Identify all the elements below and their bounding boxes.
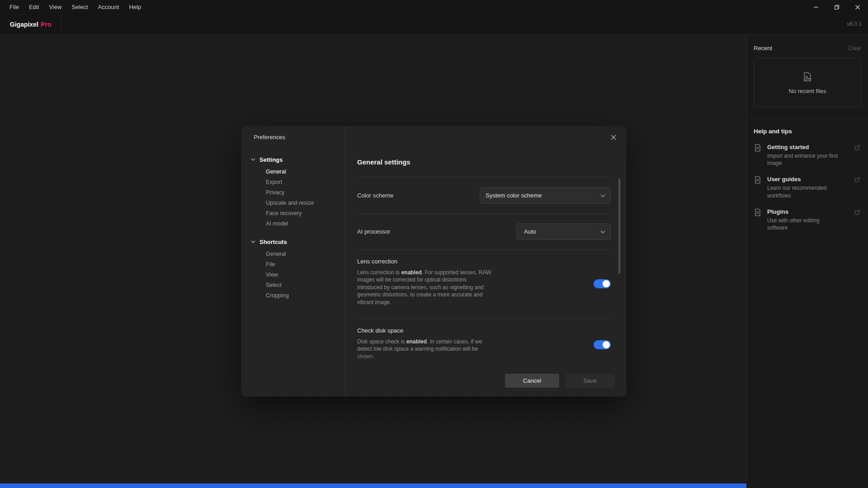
version-label: v8.0.1 xyxy=(847,14,862,34)
save-button[interactable]: Save xyxy=(566,374,614,388)
maximize-restore-icon xyxy=(834,5,840,10)
right-sidebar: Recent Clear No recent files Help and ti… xyxy=(746,35,868,488)
menu-edit[interactable]: Edit xyxy=(24,0,44,14)
ai-processor-label: AI processor xyxy=(357,228,390,235)
preferences-nav: Settings General Export Privacy Upscale … xyxy=(241,126,345,396)
menu-account[interactable]: Account xyxy=(93,0,124,14)
nav-item-settings-privacy[interactable]: Privacy xyxy=(251,188,345,198)
nav-section-shortcuts[interactable]: Shortcuts xyxy=(251,236,345,247)
preferences-dialog: Preferences Settings General Export Priv… xyxy=(241,126,626,396)
check-disk-space-toggle[interactable] xyxy=(594,340,611,349)
color-scheme-select[interactable]: System color scheme xyxy=(480,187,611,204)
nav-item-settings-face-recovery[interactable]: Face recovery xyxy=(251,208,345,219)
chevron-down-icon xyxy=(251,158,255,161)
external-link-icon xyxy=(854,145,860,151)
help-item-subtitle: Import and enhance your first image xyxy=(767,152,840,167)
toggle-knob xyxy=(603,341,610,348)
app-logo: Gigapixel Pro xyxy=(0,14,61,34)
app-name: Gigapixel xyxy=(10,21,38,28)
color-scheme-value: System color scheme xyxy=(486,192,542,199)
nav-item-shortcuts-file[interactable]: File xyxy=(251,259,345,270)
chevron-down-icon xyxy=(600,194,605,197)
chevron-down-icon xyxy=(600,230,605,234)
pro-badge: Pro xyxy=(41,21,51,28)
recent-empty-state: No recent files xyxy=(754,58,861,108)
panel-divider xyxy=(747,118,868,119)
help-item-subtitle: Use with other editing software xyxy=(767,217,840,231)
lens-correction-description: Lens correction is enabled. For supporte… xyxy=(357,269,493,306)
cancel-button[interactable]: Cancel xyxy=(505,374,559,388)
nav-item-settings-general[interactable]: General xyxy=(251,167,345,177)
recent-section-title: Recent xyxy=(754,45,772,52)
nav-item-settings-ai-model[interactable]: AI model xyxy=(251,219,345,229)
menu-view[interactable]: View xyxy=(44,0,66,14)
menu-bar: File Edit View Select Account Help xyxy=(0,0,868,14)
external-link-icon xyxy=(854,209,860,216)
content-heading: General settings xyxy=(357,158,611,166)
ai-processor-select[interactable]: Auto xyxy=(516,223,611,240)
help-item-plugins[interactable]: Plugins Use with other editing software xyxy=(754,208,861,231)
lens-correction-toggle[interactable] xyxy=(594,279,611,288)
document-icon xyxy=(754,176,762,199)
nav-item-shortcuts-view[interactable]: View xyxy=(251,270,345,280)
document-icon xyxy=(754,208,762,231)
scrollbar-thumb[interactable] xyxy=(618,178,620,274)
nav-item-settings-export[interactable]: Export xyxy=(251,177,345,188)
help-item-title: Getting started xyxy=(767,144,840,150)
check-disk-space-title: Check disk space xyxy=(357,327,611,334)
lens-correction-section: Lens correction Lens correction is enabl… xyxy=(357,250,611,319)
help-section-title: Help and tips xyxy=(754,128,861,135)
nav-item-shortcuts-general[interactable]: General xyxy=(251,249,345,259)
document-icon xyxy=(754,144,762,167)
nav-item-shortcuts-cropping[interactable]: Cropping xyxy=(251,291,345,301)
help-item-getting-started[interactable]: Getting started Import and enhance your … xyxy=(754,144,861,167)
nav-item-settings-upscale-and-resize[interactable]: Upscale and resize xyxy=(251,198,345,208)
minimize-button[interactable] xyxy=(806,0,826,14)
help-item-user-guides[interactable]: User guides Learn our recommended workfl… xyxy=(754,176,861,199)
external-link-icon xyxy=(854,177,860,183)
window-controls xyxy=(806,0,868,14)
maximize-restore-button[interactable] xyxy=(826,0,847,14)
nav-section-label: Shortcuts xyxy=(259,239,287,245)
minimize-icon xyxy=(813,5,819,10)
no-recent-files-icon xyxy=(802,71,813,82)
app-header: Gigapixel Pro v8.0.1 xyxy=(0,14,868,35)
bottom-accent-bar xyxy=(0,483,746,488)
nav-section-settings[interactable]: Settings xyxy=(251,154,345,165)
dialog-footer: Cancel Save xyxy=(346,353,626,396)
color-scheme-label: Color scheme xyxy=(357,192,393,199)
menu-file[interactable]: File xyxy=(5,0,24,14)
ai-processor-row: AI processor Auto xyxy=(357,214,611,249)
close-window-button[interactable] xyxy=(847,0,868,14)
nav-section-label: Settings xyxy=(259,156,283,163)
color-scheme-row: Color scheme System color scheme xyxy=(357,177,611,213)
chevron-down-icon xyxy=(251,240,255,243)
ai-processor-value: Auto xyxy=(524,228,536,235)
lens-correction-title: Lens correction xyxy=(357,258,611,265)
help-item-title: User guides xyxy=(767,176,840,183)
menu-help[interactable]: Help xyxy=(124,0,146,14)
toggle-knob xyxy=(603,280,610,287)
nav-item-shortcuts-select[interactable]: Select xyxy=(251,280,345,291)
close-window-icon xyxy=(855,5,860,10)
menu-select[interactable]: Select xyxy=(66,0,93,14)
help-item-title: Plugins xyxy=(767,208,840,215)
recent-clear-button[interactable]: Clear xyxy=(848,45,861,52)
no-recent-files-label: No recent files xyxy=(788,88,826,94)
help-item-subtitle: Learn our recommended workflows xyxy=(767,184,840,199)
